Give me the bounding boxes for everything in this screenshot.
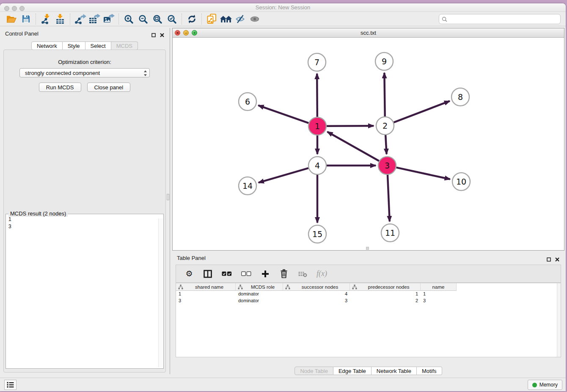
table-cell[interactable]: dominator (236, 298, 283, 304)
graph-edge-2-3[interactable] (385, 135, 386, 154)
network-canvas[interactable]: 7968124314101511 (173, 38, 564, 250)
graph-edge-2-9[interactable] (384, 73, 385, 116)
tab-mcds[interactable]: MCDS (111, 41, 138, 50)
table-panel-title: Table Panel (177, 255, 206, 261)
table-cell[interactable]: dominator (236, 291, 283, 298)
zoom-fit-icon[interactable] (150, 13, 165, 25)
export-table-icon[interactable] (87, 13, 102, 25)
table-cell[interactable]: 3 (421, 298, 457, 304)
graph-node-label-1: 1 (315, 121, 320, 131)
graph-edge-3-11[interactable] (388, 175, 390, 221)
graph-edge-1-2[interactable] (327, 126, 374, 126)
zoom-in-icon[interactable] (121, 13, 136, 25)
column-header-predecessor-nodes[interactable]: predecessor nodes (350, 283, 421, 291)
delete-column-icon[interactable] (279, 269, 289, 278)
graph-node-label-10: 10 (456, 177, 466, 186)
tree-icon (238, 284, 243, 290)
table-close-panel-icon[interactable] (555, 256, 559, 263)
table-panel: Table Panel ⚙ f(x) (172, 252, 564, 375)
panel-splitter[interactable] (170, 28, 170, 374)
mcds-result-text[interactable]: 1 3 (7, 216, 157, 367)
add-column-icon[interactable] (261, 270, 270, 278)
graph-node-label-11: 11 (385, 228, 395, 237)
gear-icon[interactable]: ⚙ (184, 270, 194, 278)
function-builder-icon[interactable]: f(x) (317, 269, 327, 278)
select-stepper-icon (143, 70, 147, 78)
mcds-result-box: MCDS result (2 nodes) 1 3 (6, 214, 164, 369)
apply-layout-icon[interactable] (184, 13, 199, 25)
graph-node-label-9: 9 (382, 57, 387, 66)
table-cell[interactable]: 3 (283, 298, 350, 304)
table-scrollbar[interactable] (557, 283, 561, 357)
zoom-out-icon[interactable] (136, 13, 150, 25)
close-panel-button[interactable]: Close panel (87, 83, 131, 92)
table-header: shared nameMCDS rolesuccessor nodesprede… (176, 283, 561, 291)
table-row[interactable]: 3dominator323 (176, 298, 561, 304)
graph-edge-3-1[interactable] (328, 132, 379, 161)
column-header-MCDS-role[interactable]: MCDS role (236, 283, 283, 291)
show-all-eye-icon[interactable] (248, 13, 262, 25)
tab-style[interactable]: Style (63, 41, 85, 50)
result-scrollbar[interactable] (158, 218, 163, 367)
table-cell[interactable]: 3 (176, 298, 236, 304)
clear-checkboxes-icon[interactable] (241, 271, 251, 276)
tab-network-table[interactable]: Network Table (372, 367, 417, 375)
table-float-panel-icon[interactable] (547, 256, 551, 263)
table-cell[interactable]: 1 (421, 291, 457, 298)
control-panel: Control Panel NetworkStyleSelectMCDS Opt… (0, 28, 169, 375)
split-columns-icon[interactable] (203, 270, 212, 278)
open-session-icon[interactable] (4, 13, 19, 25)
graph-edge-2-8[interactable] (394, 101, 450, 123)
memory-button[interactable]: Memory (528, 380, 562, 390)
graph-edge-4-14[interactable] (259, 168, 308, 182)
panel-splitter-handle[interactable] (167, 194, 169, 200)
tab-motifs[interactable]: Motifs (417, 367, 442, 375)
resize-handle[interactable] (366, 247, 369, 250)
tab-node-table[interactable]: Node Table (295, 367, 333, 375)
graph-node-label-3: 3 (385, 161, 390, 170)
memory-label: Memory (539, 382, 558, 388)
search-input[interactable] (449, 15, 560, 23)
tab-select[interactable]: Select (85, 41, 111, 50)
table-cell[interactable]: 1 (176, 291, 236, 298)
table-row[interactable]: 1dominator411 (176, 291, 561, 298)
graph-edge-3-10[interactable] (396, 168, 450, 179)
toolbar-separator (70, 14, 70, 25)
task-history-button[interactable] (4, 380, 17, 390)
graph-node-label-14: 14 (242, 181, 253, 190)
export-network-icon[interactable] (73, 13, 87, 25)
close-panel-icon[interactable] (160, 31, 164, 39)
save-session-icon[interactable] (19, 13, 33, 25)
graph-node-label-4: 4 (315, 161, 320, 170)
graph-edge-1-7[interactable] (317, 74, 317, 117)
run-mcds-button[interactable]: Run MCDS (39, 83, 81, 92)
optimization-select[interactable]: strongly connected component (19, 68, 150, 77)
column-header-successor-nodes[interactable]: successor nodes (283, 283, 350, 291)
column-header-name[interactable]: name (421, 283, 457, 291)
main-toolbar (0, 12, 566, 26)
graph-edge-1-6[interactable] (258, 105, 308, 123)
table-cell[interactable]: 1 (350, 291, 421, 298)
optimization-select-value: strongly connected component (25, 70, 100, 76)
import-network-icon[interactable] (39, 13, 53, 25)
table-body: 1dominator4113dominator323 (176, 291, 561, 304)
tab-network[interactable]: Network (31, 41, 63, 50)
app-window: Session: New Session (0, 3, 566, 391)
table-cell[interactable]: 2 (350, 298, 421, 304)
select-all-checkboxes-icon[interactable] (222, 271, 232, 276)
float-panel-icon[interactable] (151, 31, 156, 39)
import-table-icon[interactable] (53, 13, 67, 25)
home-networks-icon[interactable] (219, 13, 233, 25)
graph-node-label-6: 6 (245, 97, 250, 106)
table-cell[interactable]: 4 (283, 291, 350, 298)
delete-table-icon[interactable] (298, 271, 307, 277)
clone-network-icon[interactable] (204, 13, 219, 25)
node-table: shared nameMCDS rolesuccessor nodesprede… (176, 283, 561, 357)
mcds-panel: Optimization criterion: strongly connect… (3, 50, 166, 373)
hide-selected-eye-icon[interactable] (233, 13, 248, 25)
column-header-shared-name[interactable]: shared name (176, 283, 236, 291)
zoom-selected-icon[interactable] (165, 13, 179, 25)
search-icon (442, 17, 447, 22)
export-image-icon[interactable] (102, 13, 116, 25)
tab-edge-table[interactable]: Edge Table (333, 367, 372, 375)
